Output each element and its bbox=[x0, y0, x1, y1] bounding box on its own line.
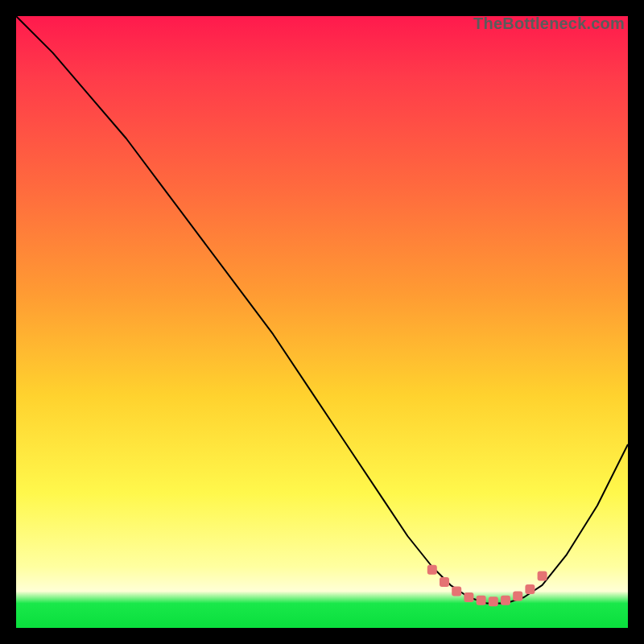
flat-dot bbox=[513, 592, 522, 601]
bottleneck-curve-path bbox=[16, 16, 628, 604]
flat-dot bbox=[427, 565, 437, 575]
chart-flat-dots bbox=[427, 565, 547, 607]
flat-dot bbox=[464, 592, 473, 602]
chart-curve bbox=[16, 16, 628, 604]
flat-dot bbox=[452, 586, 461, 596]
flat-dot bbox=[538, 571, 547, 580]
flat-dot bbox=[440, 577, 449, 587]
flat-dot bbox=[525, 584, 535, 594]
chart-frame: TheBottleneck.com bbox=[16, 16, 628, 628]
flat-dot bbox=[477, 596, 486, 605]
watermark-text: TheBottleneck.com bbox=[473, 14, 625, 33]
chart-svg bbox=[16, 16, 628, 628]
flat-dot bbox=[501, 596, 510, 605]
flat-dot bbox=[489, 597, 498, 606]
